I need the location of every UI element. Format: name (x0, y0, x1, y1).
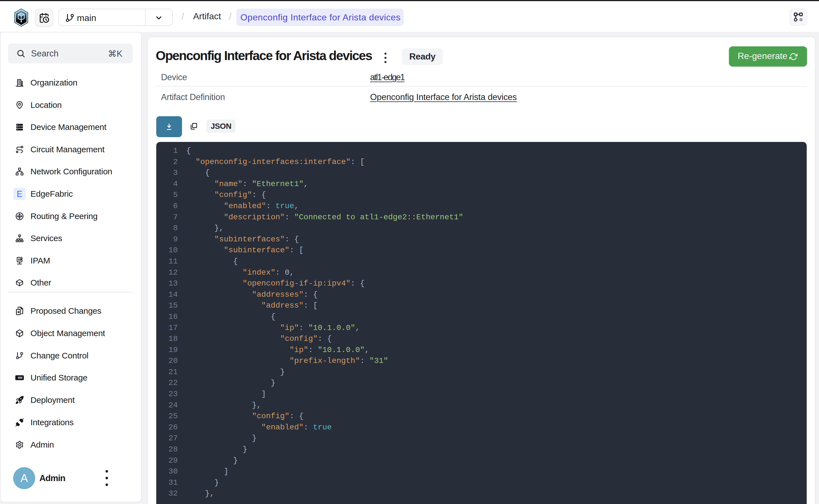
svg-text:E: E (17, 189, 23, 199)
